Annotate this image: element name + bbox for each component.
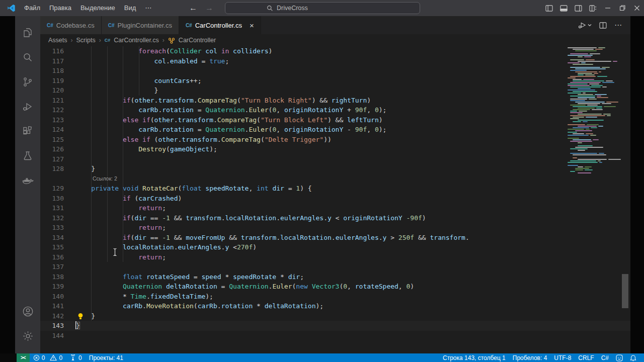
code-line-133[interactable]: 133 return; <box>40 223 630 233</box>
code-line-117[interactable]: 117 col.enabled = true; <box>40 56 630 66</box>
code-line-139[interactable]: 139 Quaternion deltaRotation = Quaternio… <box>40 282 630 292</box>
toggle-secondary-sidebar-icon[interactable] <box>571 0 586 16</box>
code-line-122[interactable]: 122 carRb.rotation = Quaternion.Euler(0,… <box>40 105 630 115</box>
code-line-128[interactable]: 128 } <box>40 164 630 174</box>
remote-indicator[interactable]: >< <box>17 353 30 362</box>
code-line-127[interactable]: 127 <box>40 154 630 164</box>
warning-count: 0 <box>59 354 62 361</box>
scrollbar-thumb[interactable] <box>622 274 628 308</box>
code-line-138[interactable]: 138 float rotateSpeed = speed * speedRot… <box>40 272 630 282</box>
ports-indicator[interactable]: 0 <box>66 353 86 362</box>
csharp-devkit-icon[interactable] <box>612 353 626 362</box>
encoding[interactable]: UTF-8 <box>550 353 575 362</box>
code-line-116[interactable]: 116 foreach(Collider col in colliders) <box>40 46 630 56</box>
line-number: 135 <box>40 242 75 252</box>
code-line-136[interactable]: 136 return; <box>40 252 630 262</box>
tab-carcontroller[interactable]: C# CarController.cs × <box>179 16 261 34</box>
code-line-134[interactable]: 134 if(dir == -1 && moveFromUp && transf… <box>40 233 630 243</box>
code-line-132[interactable]: 132 if(dir == -1 && transform.localRotat… <box>40 213 630 223</box>
breadcrumb-symbol[interactable]: CarController <box>179 37 216 44</box>
tab-label: PluginContainer.cs <box>117 22 172 29</box>
error-icon <box>33 354 40 361</box>
code-line-125[interactable]: 125 else if (other.transform.CompareTag(… <box>40 135 630 145</box>
error-count: 0 <box>42 354 45 361</box>
line-number: 142 <box>40 311 75 321</box>
line-number: 133 <box>40 223 75 233</box>
restore-icon[interactable] <box>615 0 629 16</box>
code-line-141[interactable]: 141 carRb.MoveRotation(carRb.rotation * … <box>40 301 630 311</box>
code-line-131[interactable]: 131 return; <box>40 203 630 213</box>
run-or-debug-icon[interactable] <box>578 21 592 29</box>
search-sidebar-icon[interactable] <box>15 45 40 69</box>
code-line-120[interactable]: 120 } <box>40 85 630 96</box>
chevron-right-icon: › <box>71 37 73 44</box>
tab-codebase[interactable]: C# Codebase.cs <box>40 16 102 34</box>
close-window-icon[interactable] <box>629 0 644 16</box>
code-line-142[interactable]: 142 } <box>40 311 630 321</box>
line-number: 144 <box>40 331 75 341</box>
menu-more[interactable]: ⋯ <box>140 3 156 14</box>
projects-indicator[interactable]: Проекты: 41 <box>86 353 127 362</box>
toggle-panel-icon[interactable] <box>556 0 571 16</box>
code-editor[interactable]: 116 foreach(Collider col in colliders)11… <box>40 46 630 353</box>
menu-file[interactable]: Файл <box>20 3 45 14</box>
code-line-130[interactable]: 130 if (carCrashed) <box>40 194 630 204</box>
csharp-file-icon: C# <box>47 23 53 28</box>
line-number: 118 <box>40 66 75 76</box>
code-line-144[interactable]: 144 <box>40 331 630 341</box>
docker-icon[interactable] <box>15 168 40 193</box>
menu-edit[interactable]: Правка <box>45 3 76 14</box>
statusbar-corner <box>0 353 17 362</box>
testing-flask-icon[interactable] <box>15 143 40 168</box>
breadcrumb-scripts[interactable]: Scripts <box>76 37 96 44</box>
code-line-135[interactable]: 135 localRotation.eulerAngles.y <270f) <box>40 242 630 252</box>
code-line-123[interactable]: 123 else if(other.transform.CompareTag("… <box>40 115 630 125</box>
back-arrow-icon[interactable]: ← <box>189 4 197 13</box>
tab-plugincontainer[interactable]: C# PluginContainer.cs <box>102 16 179 34</box>
indentation[interactable]: Пробелов: 4 <box>509 353 551 362</box>
customize-layout-icon[interactable] <box>586 0 600 16</box>
code-line-121[interactable]: 121 if(other.transform.CompareTag("Turn … <box>40 96 630 106</box>
mouse-cursor <box>113 248 117 256</box>
breadcrumb-assets[interactable]: Assets <box>48 37 67 44</box>
code-line-119[interactable]: 119 countCars++; <box>40 76 630 86</box>
command-center-search[interactable]: DriveCross <box>225 2 420 14</box>
breadcrumb-file[interactable]: CarController.cs <box>114 37 159 44</box>
line-number: 137 <box>40 262 75 272</box>
account-icon[interactable] <box>15 299 40 324</box>
cursor-position[interactable]: Строка 143, столбец 1 <box>439 353 509 362</box>
toggle-sidebar-icon[interactable] <box>542 0 556 16</box>
extensions-icon[interactable] <box>15 119 40 143</box>
code-line-143[interactable]: 143} <box>40 321 630 331</box>
line-number: 117 <box>40 56 75 66</box>
run-debug-icon[interactable] <box>15 94 40 119</box>
explorer-icon[interactable] <box>15 20 40 45</box>
class-symbol-icon <box>168 37 175 44</box>
menu-view[interactable]: Вид <box>120 3 141 14</box>
language-mode[interactable]: C# <box>598 353 612 362</box>
split-editor-icon[interactable] <box>599 22 607 29</box>
code-line-126[interactable]: 126 Destroy(gameObject); <box>40 144 630 154</box>
menu-selection[interactable]: Выделение <box>76 3 120 14</box>
codelens[interactable]: Ссылок: 2 <box>40 174 630 184</box>
notifications-bell-icon[interactable] <box>626 353 640 362</box>
minimap[interactable] <box>568 47 621 174</box>
code-line-124[interactable]: 124 carRb.rotation = Quaternion.Euler(0,… <box>40 125 630 135</box>
activity-bar <box>15 16 40 353</box>
code-line-137[interactable]: 137 <box>40 262 630 272</box>
right-frame-strip <box>630 16 644 353</box>
line-number: 141 <box>40 301 75 311</box>
code-line-129[interactable]: 129 private void RotateCar(float speedRo… <box>40 184 630 194</box>
forward-arrow-icon[interactable]: → <box>205 4 213 13</box>
eol-sequence[interactable]: CRLF <box>575 353 597 362</box>
minimize-icon[interactable] <box>600 0 615 16</box>
more-actions-icon[interactable]: ⋯ <box>614 21 622 30</box>
lightbulb-icon[interactable] <box>77 313 84 320</box>
close-tab-icon[interactable]: × <box>250 22 254 29</box>
code-line-140[interactable]: 140 * Time.fixedDeltaTime); <box>40 292 630 302</box>
problems-indicator[interactable]: 0 0 <box>30 353 66 362</box>
settings-gear-icon[interactable] <box>15 324 40 348</box>
source-control-icon[interactable] <box>15 69 40 94</box>
code-line-118[interactable]: 118 <box>40 66 630 76</box>
csharp-file-icon: C# <box>108 23 115 28</box>
